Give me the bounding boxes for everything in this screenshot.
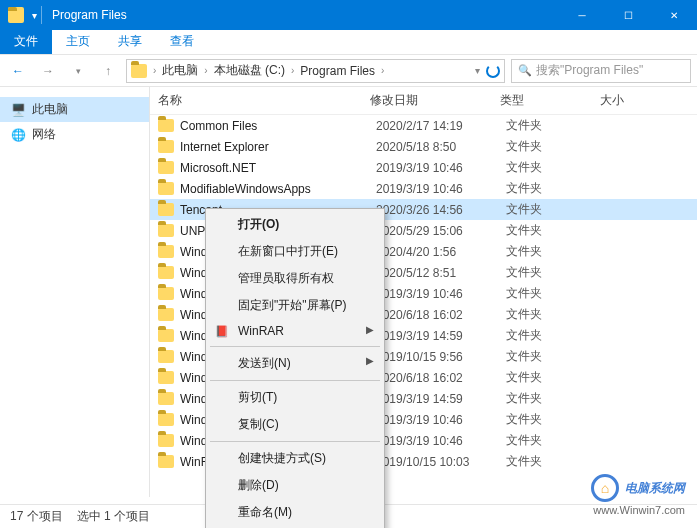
folder-icon <box>158 413 174 426</box>
watermark-icon: ⌂ <box>591 474 619 502</box>
file-type: 文件夹 <box>506 369 606 386</box>
folder-icon <box>8 7 24 23</box>
file-type: 文件夹 <box>506 222 606 239</box>
breadcrumb[interactable]: › 此电脑 › 本地磁盘 (C:) › Program Files › ▾ <box>126 59 505 83</box>
file-name: Common Files <box>180 119 376 133</box>
minimize-button[interactable]: ─ <box>559 0 605 30</box>
submenu-arrow-icon: ▶ <box>366 355 374 366</box>
file-name: Microsoft.NET <box>180 161 376 175</box>
title-bar: ▾ Program Files ─ ☐ ✕ <box>0 0 697 30</box>
menu-delete[interactable]: 删除(D) <box>208 472 382 499</box>
menu-open[interactable]: 打开(O) <box>208 211 382 238</box>
tab-file[interactable]: 文件 <box>0 29 52 54</box>
back-button[interactable]: ← <box>6 59 30 83</box>
status-item-count: 17 个项目 <box>10 508 63 525</box>
recent-button[interactable]: ▾ <box>66 59 90 83</box>
sidebar-label: 网络 <box>32 126 56 143</box>
crumb-pc[interactable]: 此电脑 <box>158 62 202 79</box>
file-type: 文件夹 <box>506 180 606 197</box>
file-date: 2019/3/19 10:46 <box>376 287 506 301</box>
column-type[interactable]: 类型 <box>500 92 600 109</box>
chevron-right-icon[interactable]: › <box>204 65 207 76</box>
winrar-icon: 📕 <box>214 323 230 339</box>
file-type: 文件夹 <box>506 411 606 428</box>
file-type: 文件夹 <box>506 453 606 470</box>
sidebar-item-network[interactable]: 🌐 网络 <box>0 122 149 147</box>
folder-icon <box>158 350 174 363</box>
table-row[interactable]: Microsoft.NET2019/3/19 10:46文件夹 <box>150 157 697 178</box>
file-type: 文件夹 <box>506 159 606 176</box>
address-bar: ← → ▾ ↑ › 此电脑 › 本地磁盘 (C:) › Program File… <box>0 55 697 87</box>
folder-icon <box>158 287 174 300</box>
folder-icon <box>131 64 147 78</box>
folder-icon <box>158 203 174 216</box>
folder-icon <box>158 224 174 237</box>
chevron-right-icon[interactable]: › <box>381 65 384 76</box>
column-name[interactable]: 名称 <box>150 92 370 109</box>
separator <box>210 380 380 381</box>
table-row[interactable]: Internet Explorer2020/5/18 8:50文件夹 <box>150 136 697 157</box>
menu-create-shortcut[interactable]: 创建快捷方式(S) <box>208 445 382 472</box>
status-selected: 选中 1 个项目 <box>77 508 150 525</box>
close-button[interactable]: ✕ <box>651 0 697 30</box>
menu-winrar[interactable]: 📕 WinRAR ▶ <box>208 319 382 343</box>
tab-home[interactable]: 主页 <box>52 29 104 54</box>
sidebar-label: 此电脑 <box>32 101 68 118</box>
file-date: 2019/3/19 10:46 <box>376 161 506 175</box>
up-button[interactable]: ↑ <box>96 59 120 83</box>
separator <box>210 346 380 347</box>
file-date: 2019/10/15 9:56 <box>376 350 506 364</box>
watermark-text: 电脑系统网 <box>625 480 685 497</box>
dropdown-icon[interactable]: ▾ <box>32 10 37 21</box>
table-row[interactable]: ModifiableWindowsApps2019/3/19 10:46文件夹 <box>150 178 697 199</box>
watermark: ⌂ 电脑系统网 www.Winwin7.com <box>591 474 685 502</box>
ribbon-tabs: 文件 主页 共享 查看 <box>0 30 697 55</box>
folder-icon <box>158 119 174 132</box>
forward-button[interactable]: → <box>36 59 60 83</box>
search-icon: 🔍 <box>518 64 532 77</box>
tab-view[interactable]: 查看 <box>156 29 208 54</box>
file-date: 2019/3/19 10:46 <box>376 182 506 196</box>
tab-share[interactable]: 共享 <box>104 29 156 54</box>
folder-icon <box>158 329 174 342</box>
network-icon: 🌐 <box>10 127 26 143</box>
chevron-right-icon[interactable]: › <box>291 65 294 76</box>
search-placeholder: 搜索"Program Files" <box>536 62 643 79</box>
maximize-button[interactable]: ☐ <box>605 0 651 30</box>
file-date: 2019/3/19 14:59 <box>376 329 506 343</box>
file-type: 文件夹 <box>506 327 606 344</box>
menu-pin-start[interactable]: 固定到"开始"屏幕(P) <box>208 292 382 319</box>
folder-icon <box>158 161 174 174</box>
folder-icon <box>158 371 174 384</box>
file-date: 2020/2/17 14:19 <box>376 119 506 133</box>
dropdown-icon[interactable]: ▾ <box>475 65 480 76</box>
crumb-folder[interactable]: Program Files <box>296 64 379 78</box>
file-date: 2020/5/12 8:51 <box>376 266 506 280</box>
crumb-drive[interactable]: 本地磁盘 (C:) <box>210 62 289 79</box>
submenu-arrow-icon: ▶ <box>366 324 374 335</box>
window-title: Program Files <box>52 8 127 22</box>
column-header: 名称 修改日期 类型 大小 <box>150 87 697 115</box>
menu-send-to[interactable]: 发送到(N) ▶ <box>208 350 382 377</box>
menu-rename[interactable]: 重命名(M) <box>208 499 382 526</box>
watermark-url: www.Winwin7.com <box>593 504 685 516</box>
file-name: Internet Explorer <box>180 140 376 154</box>
chevron-right-icon[interactable]: › <box>153 65 156 76</box>
folder-icon <box>158 392 174 405</box>
file-type: 文件夹 <box>506 348 606 365</box>
refresh-icon[interactable] <box>486 64 500 78</box>
search-input[interactable]: 🔍 搜索"Program Files" <box>511 59 691 83</box>
file-date: 2019/10/15 10:03 <box>376 455 506 469</box>
menu-admin-own[interactable]: 管理员取得所有权 <box>208 265 382 292</box>
menu-new-window[interactable]: 在新窗口中打开(E) <box>208 238 382 265</box>
menu-cut[interactable]: 剪切(T) <box>208 384 382 411</box>
column-size[interactable]: 大小 <box>600 92 697 109</box>
file-date: 2019/3/19 10:46 <box>376 434 506 448</box>
column-date[interactable]: 修改日期 <box>370 92 500 109</box>
menu-copy[interactable]: 复制(C) <box>208 411 382 438</box>
file-type: 文件夹 <box>506 243 606 260</box>
separator <box>210 441 380 442</box>
sidebar-item-pc[interactable]: 🖥️ 此电脑 <box>0 97 149 122</box>
table-row[interactable]: Common Files2020/2/17 14:19文件夹 <box>150 115 697 136</box>
file-type: 文件夹 <box>506 306 606 323</box>
